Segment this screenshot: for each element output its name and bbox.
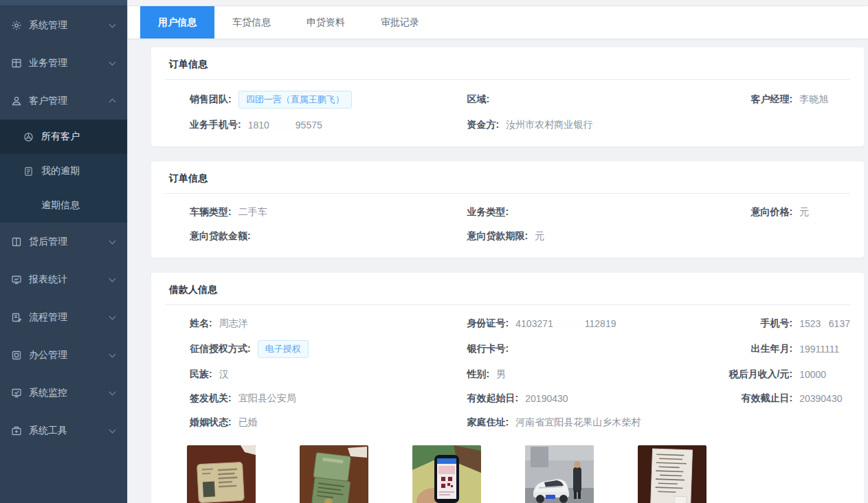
monitor-check-icon — [11, 388, 22, 399]
sidebar-item-system-tools[interactable]: 系统工具 — [0, 412, 127, 449]
sidebar-item-system-management[interactable]: 系统管理 — [0, 6, 127, 44]
field-id-number: 身份证号: 4103271112819 — [467, 316, 712, 331]
card-title: 订单信息 — [165, 56, 850, 80]
detail-tabs: 用户信息 车贷信息 申贷资料 审批记录 — [128, 6, 868, 38]
sidebar-item-label: 业务管理 — [29, 57, 67, 69]
user-icon — [11, 96, 22, 107]
field-intended-loan-amount: 意向贷款金额: — [190, 229, 467, 244]
field-gender: 性别: 男 — [467, 367, 712, 382]
field-home-address: 家庭住址: 河南省宜阳县花果山乡木柴村 — [467, 415, 712, 430]
chart-monitor-icon — [11, 274, 22, 285]
sidebar-item-label: 所有客户 — [41, 131, 80, 143]
id-card-photo[interactable]: 身份证 — [187, 445, 256, 503]
sidebar-item-all-customers[interactable]: 所有客户 — [0, 120, 127, 154]
redaction-mask — [553, 318, 585, 330]
document-icon — [23, 166, 34, 177]
chevron-down-icon — [109, 275, 116, 282]
main-content: 用户信息 车贷信息 申贷资料 审批记录 订单信息 销售团队: 四团一营（直属王鹏… — [127, 0, 868, 503]
field-bank-card: 银行卡号: — [467, 340, 712, 358]
sidebar-item-customer-management[interactable]: 客户管理 — [0, 82, 127, 120]
sidebar-item-label: 我的逾期 — [41, 165, 80, 177]
toolbox-icon — [11, 425, 22, 436]
card-title: 借款人信息 — [165, 282, 850, 305]
field-business-type: 业务类型: — [467, 205, 712, 220]
chevron-down-icon — [109, 237, 116, 244]
sidebar-item-report-statistics[interactable]: 报表统计 — [0, 260, 127, 298]
redaction-mask — [269, 120, 296, 131]
field-name: 姓名: 周志洋 — [190, 316, 467, 331]
borrower-info-card: 借款人信息 姓名: 周志洋 身份证号: 4103271112819 手机号: 1… — [151, 273, 864, 503]
chevron-down-icon — [109, 426, 116, 433]
sidebar-item-system-monitor[interactable]: 系统监控 — [0, 374, 127, 412]
sidebar-item-label: 贷后管理 — [29, 236, 67, 248]
office-icon — [11, 350, 22, 361]
gear-icon — [11, 20, 22, 31]
sidebar-item-overdue-info[interactable]: 逾期信息 — [0, 188, 127, 223]
sidebar-item-label: 报表统计 — [29, 273, 67, 286]
redaction-mask — [821, 318, 828, 330]
content-top-strip — [128, 0, 868, 6]
sidebar-item-label: 系统管理 — [29, 19, 67, 32]
handwritten-doc-photo[interactable]: 其他材料 — [638, 445, 706, 503]
book-icon — [11, 236, 22, 247]
field-business-phone: 业务手机号: 181095575 — [190, 118, 467, 133]
sales-team-tag: 四团一营（直属王鹏飞） — [238, 91, 352, 109]
chevron-down-icon — [109, 58, 116, 65]
sidebar-item-business-management[interactable]: 业务管理 — [0, 44, 127, 82]
chevron-up-icon — [109, 99, 116, 106]
credit-auth-tag: 电子授权 — [258, 340, 309, 358]
chevron-down-icon — [109, 313, 116, 320]
sidebar-item-label: 流程管理 — [29, 311, 67, 324]
order-info-card-1: 订单信息 销售团队: 四团一营（直属王鹏飞） 区域: 客户经理: 李晓旭 业务手… — [151, 47, 864, 146]
field-marital-status: 婚姻状态: 已婚 — [190, 415, 467, 430]
tab-loan-application-docs[interactable]: 申贷资料 — [289, 6, 363, 38]
sidebar-top-strip — [0, 0, 127, 6]
field-birth-date: 出生年月: 19911111 — [711, 340, 850, 358]
sidebar-item-postloan-management[interactable]: 贷后管理 — [0, 223, 127, 260]
sidebar-item-label: 系统监控 — [29, 387, 67, 399]
sidebar-item-process-management[interactable]: 流程管理 — [0, 298, 127, 336]
field-valid-until: 有效截止日: 20390430 — [711, 391, 850, 406]
workflow-icon — [11, 312, 22, 323]
sidebar-item-label: 系统工具 — [29, 425, 67, 437]
sidebar-item-office-management[interactable]: 办公管理 — [0, 336, 127, 374]
order-info-card-2: 订单信息 车辆类型: 二手车 业务类型: 意向价格: 元 意向贷款金额: 意向贷… — [151, 161, 864, 258]
phone-qr-photo[interactable]: 征信授权 — [412, 445, 481, 503]
chevron-down-icon — [109, 388, 116, 395]
document-thumbnails: 身份证 驾驶证副页 — [187, 445, 850, 503]
tab-approval-records[interactable]: 审批记录 — [363, 6, 437, 38]
field-account-manager: 客户经理: 李晓旭 — [711, 91, 850, 109]
field-vehicle-type: 车辆类型: 二手车 — [190, 205, 467, 220]
sidebar-item-label: 逾期信息 — [41, 199, 80, 212]
field-monthly-income: 税后月收入/元: 10000 — [711, 367, 850, 382]
sidebar-item-label: 客户管理 — [29, 95, 67, 107]
card-title: 订单信息 — [165, 170, 850, 194]
tab-car-loan-info[interactable]: 车贷信息 — [214, 6, 289, 38]
field-region: 区域: — [467, 91, 712, 109]
wheel-icon — [23, 132, 34, 142]
sidebar-item-label: 办公管理 — [29, 349, 67, 361]
field-credit-auth-method: 征信授权方式: 电子授权 — [190, 340, 467, 358]
chevron-down-icon — [109, 350, 116, 357]
field-mobile-phone: 手机号: 15236137 — [711, 316, 850, 331]
field-ethnicity: 民族: 汉 — [190, 367, 467, 382]
chevron-down-icon — [109, 21, 116, 27]
field-issuing-authority: 签发机关: 宜阳县公安局 — [190, 391, 467, 406]
car-person-photo[interactable]: 人车合影 — [525, 445, 594, 503]
field-funder: 资金方: 汝州市农村商业银行 — [467, 118, 712, 133]
tab-user-info[interactable]: 用户信息 — [140, 6, 214, 38]
customer-management-submenu: 所有客户 我的逾期 逾期信息 — [0, 120, 127, 223]
sidebar: 系统管理 业务管理 客户管理 所有客户 我的逾期 逾期信息 — [0, 0, 127, 503]
field-sales-team: 销售团队: 四团一营（直属王鹏飞） — [190, 91, 467, 109]
drivers-license-photo[interactable]: 驾驶证副页 — [300, 445, 368, 503]
grid-icon — [11, 58, 22, 69]
sidebar-item-my-overdue[interactable]: 我的逾期 — [0, 154, 127, 188]
field-intended-loan-term: 意向贷款期限: 元 — [467, 229, 712, 244]
field-valid-from: 有效起始日: 20190430 — [467, 391, 712, 406]
field-intended-price: 意向价格: 元 — [711, 205, 850, 220]
